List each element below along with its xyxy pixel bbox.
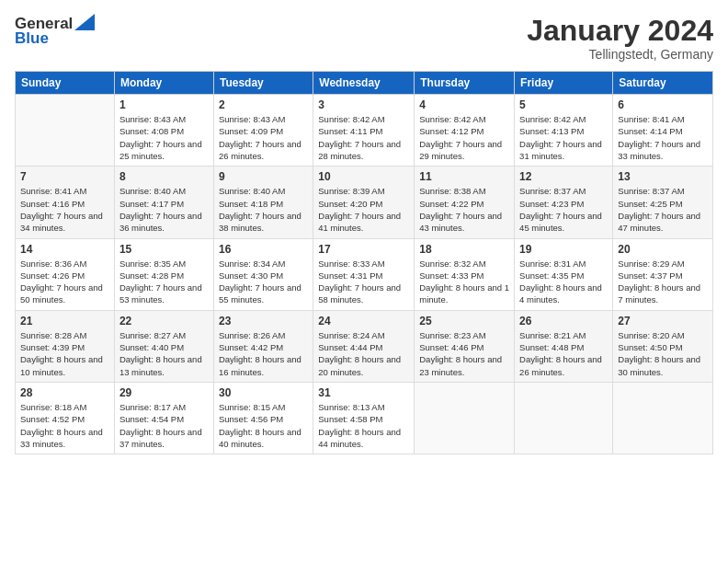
day-cell: 5Sunrise: 8:42 AMSunset: 4:13 PMDaylight… bbox=[515, 95, 613, 167]
day-number: 6 bbox=[618, 98, 708, 111]
day-number: 1 bbox=[119, 98, 209, 111]
day-number: 14 bbox=[20, 243, 109, 256]
day-cell: 16Sunrise: 8:34 AMSunset: 4:30 PMDayligh… bbox=[213, 238, 313, 310]
day-info: Sunrise: 8:13 AMSunset: 4:58 PMDaylight:… bbox=[318, 401, 409, 450]
day-number: 2 bbox=[219, 98, 308, 111]
day-cell: 13Sunrise: 8:37 AMSunset: 4:25 PMDayligh… bbox=[613, 167, 713, 238]
day-number: 4 bbox=[419, 98, 509, 111]
header: General Blue January 2024 Tellingstedt, … bbox=[15, 15, 713, 62]
day-number: 23 bbox=[219, 315, 308, 327]
day-cell bbox=[16, 95, 115, 167]
day-number: 24 bbox=[318, 315, 409, 327]
day-cell: 27Sunrise: 8:20 AMSunset: 4:50 PMDayligh… bbox=[613, 310, 713, 382]
week-row-2: 14Sunrise: 8:36 AMSunset: 4:26 PMDayligh… bbox=[16, 238, 713, 310]
day-cell: 31Sunrise: 8:13 AMSunset: 4:58 PMDayligh… bbox=[313, 382, 415, 454]
day-info: Sunrise: 8:31 AMSunset: 4:35 PMDaylight:… bbox=[519, 258, 608, 306]
day-number: 30 bbox=[219, 386, 308, 399]
day-info: Sunrise: 8:24 AMSunset: 4:44 PMDaylight:… bbox=[318, 329, 409, 378]
day-header-monday: Monday bbox=[114, 72, 213, 95]
day-cell: 1Sunrise: 8:43 AMSunset: 4:08 PMDaylight… bbox=[114, 95, 213, 167]
day-cell: 22Sunrise: 8:27 AMSunset: 4:40 PMDayligh… bbox=[114, 310, 213, 382]
day-number: 29 bbox=[119, 386, 209, 399]
day-info: Sunrise: 8:37 AMSunset: 4:23 PMDaylight:… bbox=[519, 185, 608, 234]
day-info: Sunrise: 8:20 AMSunset: 4:50 PMDaylight:… bbox=[618, 329, 708, 378]
day-info: Sunrise: 8:41 AMSunset: 4:14 PMDaylight:… bbox=[618, 113, 708, 162]
day-number: 19 bbox=[519, 243, 608, 256]
week-row-4: 28Sunrise: 8:18 AMSunset: 4:52 PMDayligh… bbox=[16, 382, 713, 454]
week-row-3: 21Sunrise: 8:28 AMSunset: 4:39 PMDayligh… bbox=[16, 310, 713, 382]
day-cell bbox=[613, 382, 713, 454]
day-cell: 26Sunrise: 8:21 AMSunset: 4:48 PMDayligh… bbox=[515, 310, 613, 382]
day-number: 15 bbox=[119, 243, 209, 256]
day-info: Sunrise: 8:38 AMSunset: 4:22 PMDaylight:… bbox=[419, 185, 509, 234]
day-cell: 28Sunrise: 8:18 AMSunset: 4:52 PMDayligh… bbox=[16, 382, 115, 454]
day-header-sunday: Sunday bbox=[16, 72, 115, 95]
day-number: 13 bbox=[618, 170, 708, 183]
day-number: 5 bbox=[519, 98, 608, 111]
day-info: Sunrise: 8:42 AMSunset: 4:11 PMDaylight:… bbox=[318, 113, 409, 162]
day-info: Sunrise: 8:40 AMSunset: 4:18 PMDaylight:… bbox=[219, 185, 308, 234]
day-number: 31 bbox=[318, 386, 409, 399]
title-area: January 2024 Tellingstedt, Germany bbox=[527, 15, 713, 62]
day-cell: 11Sunrise: 8:38 AMSunset: 4:22 PMDayligh… bbox=[415, 167, 515, 238]
location: Tellingstedt, Germany bbox=[527, 47, 713, 62]
day-info: Sunrise: 8:27 AMSunset: 4:40 PMDaylight:… bbox=[119, 329, 209, 378]
day-cell: 10Sunrise: 8:39 AMSunset: 4:20 PMDayligh… bbox=[313, 167, 415, 238]
day-cell: 17Sunrise: 8:33 AMSunset: 4:31 PMDayligh… bbox=[313, 238, 415, 310]
day-header-thursday: Thursday bbox=[415, 72, 515, 95]
day-cell: 6Sunrise: 8:41 AMSunset: 4:14 PMDaylight… bbox=[613, 95, 713, 167]
day-info: Sunrise: 8:15 AMSunset: 4:56 PMDaylight:… bbox=[219, 401, 308, 450]
day-cell: 18Sunrise: 8:32 AMSunset: 4:33 PMDayligh… bbox=[415, 238, 515, 310]
day-info: Sunrise: 8:26 AMSunset: 4:42 PMDaylight:… bbox=[219, 329, 308, 378]
day-number: 8 bbox=[119, 170, 209, 183]
day-cell: 9Sunrise: 8:40 AMSunset: 4:18 PMDaylight… bbox=[213, 167, 313, 238]
logo-icon bbox=[74, 14, 95, 30]
day-header-saturday: Saturday bbox=[613, 72, 713, 95]
day-info: Sunrise: 8:39 AMSunset: 4:20 PMDaylight:… bbox=[318, 185, 409, 234]
day-cell: 21Sunrise: 8:28 AMSunset: 4:39 PMDayligh… bbox=[16, 310, 115, 382]
day-number: 3 bbox=[318, 98, 409, 111]
page: General Blue January 2024 Tellingstedt, … bbox=[0, 0, 728, 563]
day-info: Sunrise: 8:43 AMSunset: 4:08 PMDaylight:… bbox=[119, 113, 209, 162]
day-cell: 4Sunrise: 8:42 AMSunset: 4:12 PMDaylight… bbox=[415, 95, 515, 167]
day-cell: 7Sunrise: 8:41 AMSunset: 4:16 PMDaylight… bbox=[16, 167, 115, 238]
day-cell: 3Sunrise: 8:42 AMSunset: 4:11 PMDaylight… bbox=[313, 95, 415, 167]
day-number: 21 bbox=[20, 315, 109, 327]
day-cell: 2Sunrise: 8:43 AMSunset: 4:09 PMDaylight… bbox=[213, 95, 313, 167]
day-number: 11 bbox=[419, 170, 509, 183]
day-info: Sunrise: 8:42 AMSunset: 4:13 PMDaylight:… bbox=[519, 113, 608, 162]
day-cell bbox=[415, 382, 515, 454]
day-info: Sunrise: 8:37 AMSunset: 4:25 PMDaylight:… bbox=[618, 185, 708, 234]
day-info: Sunrise: 8:36 AMSunset: 4:26 PMDaylight:… bbox=[20, 258, 109, 306]
day-number: 9 bbox=[219, 170, 308, 183]
day-number: 10 bbox=[318, 170, 409, 183]
day-header-wednesday: Wednesday bbox=[313, 72, 415, 95]
day-info: Sunrise: 8:28 AMSunset: 4:39 PMDaylight:… bbox=[20, 329, 109, 378]
day-info: Sunrise: 8:33 AMSunset: 4:31 PMDaylight:… bbox=[318, 258, 409, 306]
day-number: 18 bbox=[419, 243, 509, 256]
day-number: 27 bbox=[618, 315, 708, 327]
day-cell bbox=[515, 382, 613, 454]
day-number: 25 bbox=[419, 315, 509, 327]
day-info: Sunrise: 8:35 AMSunset: 4:28 PMDaylight:… bbox=[119, 258, 209, 306]
day-cell: 8Sunrise: 8:40 AMSunset: 4:17 PMDaylight… bbox=[114, 167, 213, 238]
day-number: 7 bbox=[20, 170, 109, 183]
day-cell: 25Sunrise: 8:23 AMSunset: 4:46 PMDayligh… bbox=[415, 310, 515, 382]
day-header-friday: Friday bbox=[515, 72, 613, 95]
day-info: Sunrise: 8:41 AMSunset: 4:16 PMDaylight:… bbox=[20, 185, 109, 234]
day-header-tuesday: Tuesday bbox=[213, 72, 313, 95]
day-cell: 19Sunrise: 8:31 AMSunset: 4:35 PMDayligh… bbox=[515, 238, 613, 310]
month-title: January 2024 bbox=[527, 15, 713, 47]
day-number: 22 bbox=[119, 315, 209, 327]
logo: General Blue bbox=[15, 15, 95, 48]
day-cell: 29Sunrise: 8:17 AMSunset: 4:54 PMDayligh… bbox=[114, 382, 213, 454]
day-info: Sunrise: 8:34 AMSunset: 4:30 PMDaylight:… bbox=[219, 258, 308, 306]
day-info: Sunrise: 8:29 AMSunset: 4:37 PMDaylight:… bbox=[618, 258, 708, 306]
header-row: SundayMondayTuesdayWednesdayThursdayFrid… bbox=[16, 72, 713, 95]
day-cell: 14Sunrise: 8:36 AMSunset: 4:26 PMDayligh… bbox=[16, 238, 115, 310]
day-cell: 12Sunrise: 8:37 AMSunset: 4:23 PMDayligh… bbox=[515, 167, 613, 238]
week-row-1: 7Sunrise: 8:41 AMSunset: 4:16 PMDaylight… bbox=[16, 167, 713, 238]
day-info: Sunrise: 8:32 AMSunset: 4:33 PMDaylight:… bbox=[419, 258, 509, 306]
day-cell: 20Sunrise: 8:29 AMSunset: 4:37 PMDayligh… bbox=[613, 238, 713, 310]
day-cell: 30Sunrise: 8:15 AMSunset: 4:56 PMDayligh… bbox=[213, 382, 313, 454]
